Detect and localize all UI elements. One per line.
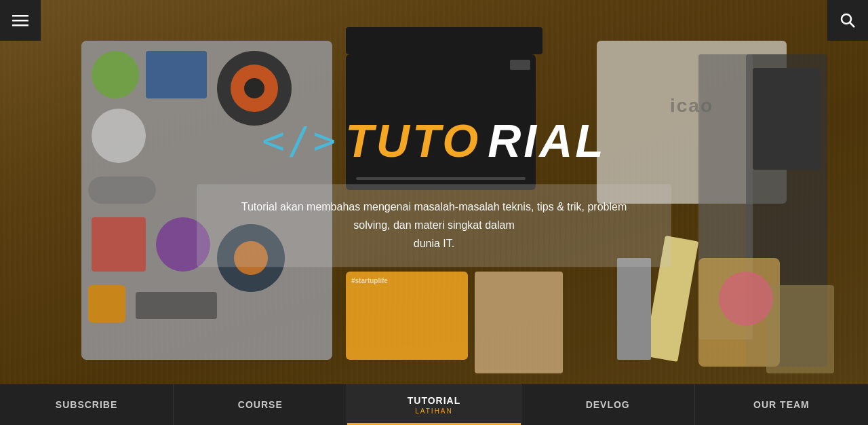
hero-description: Tutorial akan membahas mengenai masalah-…	[224, 198, 644, 253]
notebook	[475, 272, 563, 373]
hero-description-box: Tutorial akan membahas mengenai masalah-…	[197, 184, 671, 267]
svg-rect-0	[12, 15, 28, 17]
title-orange: TUTO	[345, 117, 481, 164]
nav-item-tutorial[interactable]: TUTORIAL LATIHAN	[347, 384, 521, 425]
hero-section: #startuplife icao </> TUTORIAL Tutorial …	[0, 0, 868, 384]
keys	[766, 285, 834, 373]
svg-rect-2	[12, 24, 28, 26]
tool	[617, 258, 651, 360]
bracket-icon: </>	[262, 122, 338, 160]
nav-item-course[interactable]: COURSE	[174, 384, 347, 425]
svg-rect-1	[12, 20, 28, 22]
nav-item-devlog[interactable]: DEVLOG	[521, 384, 695, 425]
bottom-nav: SUBSCRIBE COURSE TUTORIAL LATIHAN DEVLOG…	[0, 384, 868, 425]
menu-icon	[12, 12, 28, 29]
cable	[719, 272, 773, 326]
search-icon	[840, 12, 856, 29]
nav-item-subscribe[interactable]: SUBSCRIBE	[0, 384, 174, 425]
menu-button[interactable]	[0, 0, 41, 41]
orange-box: #startuplife	[346, 272, 468, 360]
nav-item-our-team[interactable]: OUR TEAM	[695, 384, 868, 425]
svg-line-4	[850, 23, 855, 28]
hero-content: </> TUTORIAL Tutorial akan membahas meng…	[197, 117, 671, 267]
title-white: RIAL	[488, 117, 606, 164]
svg-point-3	[842, 14, 851, 24]
hero-title: </> TUTORIAL	[197, 117, 671, 164]
search-button[interactable]	[827, 0, 868, 41]
top-bar	[0, 0, 868, 41]
